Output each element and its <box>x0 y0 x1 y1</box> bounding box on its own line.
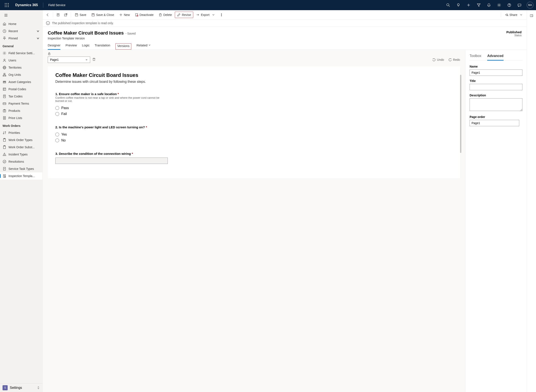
sidebar-area-switcher[interactable]: S Settings <box>0 383 43 392</box>
help-button[interactable] <box>505 0 514 10</box>
question-help: Confirm coffee machine is not near a tap… <box>55 96 166 103</box>
record-status: Published Status <box>506 30 522 37</box>
sidebar-item-users[interactable]: Users <box>0 57 43 64</box>
lightbulb-button[interactable] <box>454 0 463 10</box>
popout-button[interactable] <box>62 12 69 18</box>
props-tab-toolbox[interactable]: Toolbox <box>470 54 481 60</box>
settings-button[interactable] <box>494 0 504 10</box>
sidebar-item-incident-types[interactable]: Incident Types <box>0 151 43 158</box>
related-pane-button[interactable] <box>528 13 535 19</box>
svg-marker-14 <box>477 4 480 7</box>
svg-rect-39 <box>5 82 5 82</box>
svg-rect-6 <box>5 6 5 7</box>
help-icon <box>507 3 511 7</box>
question-label: 1. Ensure coffee maker is a safe locatio… <box>55 92 452 96</box>
tab-designer[interactable]: Designer <box>48 43 60 50</box>
export-button[interactable]: Export <box>194 12 217 18</box>
prop-input-title[interactable] <box>470 84 522 90</box>
sidebar-item-work-order-subst-[interactable]: Work Order Subst... <box>0 144 43 151</box>
sidebar-item-inspection-templa-[interactable]: Inspection Templa... <box>0 172 43 180</box>
save-button[interactable]: Save <box>73 12 88 18</box>
app-launcher-button[interactable] <box>2 0 12 10</box>
properties-panel: Toolbox Advanced Name Title Description … <box>465 50 527 392</box>
question: 2. Is the machine's power light and LED … <box>55 125 452 143</box>
page-selector[interactable]: Page1 <box>48 56 90 63</box>
radio-option[interactable]: Fail <box>55 111 452 117</box>
prop-input-description[interactable] <box>470 98 522 111</box>
hamburger-button[interactable] <box>2 11 10 19</box>
radio-option[interactable]: Yes <box>55 131 452 137</box>
text-input[interactable] <box>55 158 168 164</box>
svg-rect-91 <box>93 58 95 61</box>
deactivate-button[interactable]: Deactivate <box>133 12 156 18</box>
sidebar-item-payment-terms[interactable]: Payment Terms <box>0 100 43 107</box>
home-icon <box>3 22 6 26</box>
sidebar-item-price-lists[interactable]: Price Lists <box>0 114 43 121</box>
sidebar-item-label: Field Service Setti... <box>9 51 35 55</box>
sidebar-item-field-service-setti-[interactable]: Field Service Setti... <box>0 50 43 57</box>
sidebar-item-label: Tax Codes <box>9 95 23 98</box>
sidebar-item-postal-codes[interactable]: Postal Codes <box>0 86 43 93</box>
svg-rect-1 <box>7 3 7 4</box>
radio-option[interactable]: No <box>55 137 452 143</box>
prop-input-pageorder[interactable] <box>470 120 519 126</box>
module-name[interactable]: Field Service <box>48 3 66 7</box>
sidebar-item-asset-categories[interactable]: Asset Categories <box>0 78 43 86</box>
chat-icon <box>517 3 521 7</box>
search-button[interactable] <box>444 0 453 10</box>
question: 3. Describe the condition of the connect… <box>55 152 452 164</box>
undo-icon <box>432 58 436 61</box>
more-commands-button[interactable] <box>218 12 225 18</box>
tab-related[interactable]: Related <box>136 43 151 50</box>
sidebar-item-home[interactable]: Home <box>0 20 43 28</box>
sidebar: HomeRecentPinned GeneralField Service Se… <box>0 10 43 392</box>
sidebar-item-label: Payment Terms <box>9 102 29 105</box>
sidebar-item-priorities[interactable]: Priorities <box>0 129 43 136</box>
save-close-icon <box>91 13 95 17</box>
delete-page-button[interactable] <box>92 58 96 62</box>
product-name[interactable]: Dynamics 365 <box>15 3 38 7</box>
share-button[interactable]: Share <box>503 12 525 18</box>
sidebar-item-label: Postal Codes <box>9 88 26 91</box>
filter-button[interactable] <box>474 0 483 10</box>
sidebar-section-header: Work Orders <box>0 121 43 129</box>
add-button[interactable] <box>464 0 473 10</box>
new-button[interactable]: New <box>117 12 132 18</box>
revise-button[interactable]: Revise <box>175 12 193 18</box>
tab-translation[interactable]: Translation <box>95 43 110 50</box>
assistant-button[interactable] <box>515 0 524 10</box>
tab-preview[interactable]: Preview <box>66 43 77 50</box>
sidebar-item-service-task-types[interactable]: Service Task Types <box>0 165 43 172</box>
props-tab-advanced[interactable]: Advanced <box>487 54 503 61</box>
prop-input-name[interactable] <box>470 70 522 76</box>
save-close-button[interactable]: Save & Close <box>89 12 116 18</box>
radio-option[interactable]: Pass <box>55 105 452 111</box>
record-header: Coffee Maker Circuit Board Issues - Save… <box>43 27 527 40</box>
payment-icon <box>3 102 6 105</box>
org-icon <box>3 73 6 77</box>
notifications-button[interactable] <box>484 0 493 10</box>
back-button[interactable] <box>44 12 51 18</box>
undo-button[interactable]: Undo <box>432 58 444 61</box>
hamburger-icon <box>4 13 8 17</box>
sidebar-item-org-units[interactable]: Org Units <box>0 71 43 78</box>
sidebar-item-work-order-types[interactable]: Work Order Types <box>0 136 43 144</box>
globe-icon <box>3 66 6 70</box>
sidebar-item-territories[interactable]: Territories <box>0 64 43 71</box>
chevron-down-icon <box>36 37 40 40</box>
export-icon <box>196 13 200 17</box>
tab-logic[interactable]: Logic <box>82 43 90 50</box>
sidebar-item-recent[interactable]: Recent <box>0 28 43 35</box>
open-record-set-button[interactable] <box>55 12 62 18</box>
check-icon <box>3 160 6 163</box>
right-rail <box>527 10 536 392</box>
sidebar-item-products[interactable]: Products <box>0 107 43 114</box>
tab-versions[interactable]: Versions <box>115 43 132 50</box>
sidebar-item-tax-codes[interactable]: Tax Codes <box>0 93 43 100</box>
sidebar-item-pinned[interactable]: Pinned <box>0 35 43 42</box>
delete-button[interactable]: Delete <box>157 12 174 18</box>
popout-icon <box>64 13 67 17</box>
redo-button[interactable]: Redo <box>448 58 460 61</box>
sidebar-item-resolutions[interactable]: Resolutions <box>0 158 43 165</box>
user-avatar[interactable]: MA <box>527 2 533 9</box>
